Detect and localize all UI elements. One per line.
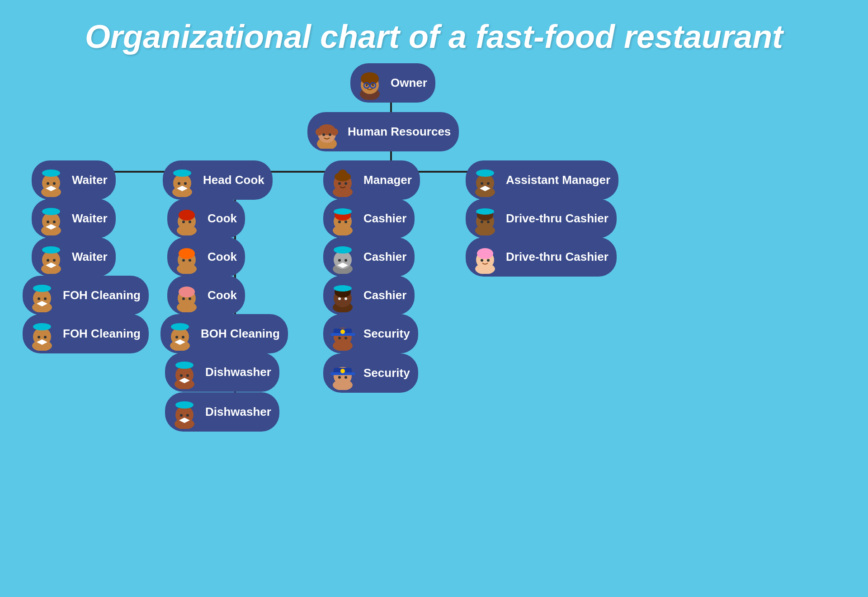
svg-point-165: [481, 259, 483, 262]
svg-point-104: [182, 297, 185, 300]
owner-node: Owner: [350, 63, 435, 103]
svg-point-41: [322, 133, 325, 136]
svg-point-114: [175, 362, 193, 369]
svg-point-111: [182, 336, 184, 338]
foh1-node: FOH Cleaning: [23, 276, 149, 315]
foh1-label: FOH Cleaning: [63, 288, 141, 302]
cook1-avatar: [170, 202, 204, 235]
dishwasher1-label: Dishwasher: [205, 365, 271, 379]
svg-point-71: [47, 221, 49, 223]
cook2-node: Cook: [167, 237, 245, 277]
svg-point-78: [53, 259, 56, 262]
svg-point-53: [178, 182, 180, 185]
svg-point-148: [344, 337, 347, 339]
foh2-avatar: [25, 317, 59, 351]
svg-point-30: [361, 72, 379, 85]
svg-point-90: [44, 336, 47, 338]
manager-label: Manager: [363, 173, 412, 187]
svg-point-132: [334, 246, 352, 254]
drivethru2-label: Drive-thru Cashier: [506, 250, 609, 264]
svg-point-60: [344, 182, 347, 185]
cook3-label: Cook: [208, 288, 237, 302]
cashier2-label: Cashier: [363, 250, 406, 264]
svg-point-51: [173, 169, 191, 177]
svg-point-63: [476, 169, 494, 177]
svg-point-84: [44, 297, 47, 300]
svg-point-147: [338, 337, 341, 339]
owner-avatar: [353, 66, 387, 100]
svg-point-134: [338, 259, 341, 262]
svg-point-166: [487, 259, 490, 262]
asst-manager-avatar: [468, 163, 502, 197]
svg-point-42: [329, 133, 331, 136]
svg-point-35: [372, 85, 374, 86]
svg-point-127: [334, 208, 352, 215]
security2-avatar: [326, 356, 360, 390]
svg-point-65: [481, 182, 483, 185]
security1-node: Security: [323, 314, 418, 353]
security1-label: Security: [363, 327, 410, 341]
hr-avatar: [310, 115, 344, 149]
waiter2-node: Waiter: [32, 237, 116, 277]
boh-node: BOH Cleaning: [160, 314, 288, 353]
foh2-label: FOH Cleaning: [63, 327, 141, 341]
cashier2-avatar: [326, 240, 360, 274]
svg-point-89: [38, 336, 40, 338]
svg-point-123: [186, 414, 189, 417]
svg-point-81: [33, 285, 51, 292]
svg-point-140: [338, 297, 341, 300]
boh-label: BOH Cleaning: [201, 327, 280, 341]
svg-point-146: [340, 329, 345, 334]
cashier3-avatar: [326, 278, 360, 312]
cook2-label: Cook: [208, 250, 237, 264]
security2-node: Security: [323, 353, 418, 393]
svg-point-122: [180, 414, 183, 417]
svg-point-66: [487, 182, 490, 185]
cook2-avatar: [170, 240, 204, 274]
manager-avatar: [326, 163, 360, 197]
waiter-head-avatar: [34, 163, 68, 197]
waiter-head-label: Waiter: [72, 173, 108, 187]
svg-point-129: [344, 221, 347, 223]
waiter2-avatar: [34, 240, 68, 274]
cashier3-node: Cashier: [323, 276, 415, 315]
security1-avatar: [326, 317, 360, 351]
hr-label: Human Resources: [348, 125, 451, 139]
dishwasher1-node: Dishwasher: [165, 353, 279, 392]
svg-point-83: [38, 297, 40, 300]
svg-point-139: [334, 285, 352, 291]
svg-point-164: [477, 248, 493, 259]
chart-container: Organizational chart of a fast-food rest…: [9, 9, 859, 588]
foh1-avatar: [25, 278, 59, 312]
drivethru1-avatar: [468, 202, 502, 235]
cashier1-label: Cashier: [363, 212, 406, 226]
cook3-node: Cook: [167, 276, 245, 315]
svg-point-98: [179, 248, 195, 259]
svg-point-160: [481, 221, 483, 223]
dishwasher2-avatar: [168, 395, 202, 429]
svg-point-105: [189, 297, 191, 300]
waiter1-avatar: [34, 202, 68, 235]
svg-point-161: [487, 221, 490, 223]
svg-point-100: [189, 259, 191, 262]
svg-point-159: [476, 208, 494, 215]
svg-point-58: [338, 169, 347, 179]
svg-point-34: [366, 85, 368, 86]
security2-label: Security: [363, 366, 410, 380]
svg-point-87: [33, 323, 51, 330]
svg-point-153: [340, 369, 345, 373]
foh2-node: FOH Cleaning: [23, 314, 149, 353]
svg-point-135: [344, 259, 347, 262]
head-cook-node: Head Cook: [163, 160, 273, 200]
cook1-label: Cook: [208, 212, 237, 226]
svg-point-154: [338, 376, 341, 379]
cashier1-node: Cashier: [323, 199, 415, 238]
boh-avatar: [163, 317, 197, 351]
svg-point-155: [344, 376, 347, 379]
svg-point-47: [47, 182, 49, 185]
svg-point-120: [175, 401, 193, 409]
svg-point-117: [186, 374, 189, 377]
chart-title: Organizational chart of a fast-food rest…: [9, 9, 859, 55]
svg-point-93: [179, 210, 195, 221]
cook3-avatar: [170, 278, 204, 312]
